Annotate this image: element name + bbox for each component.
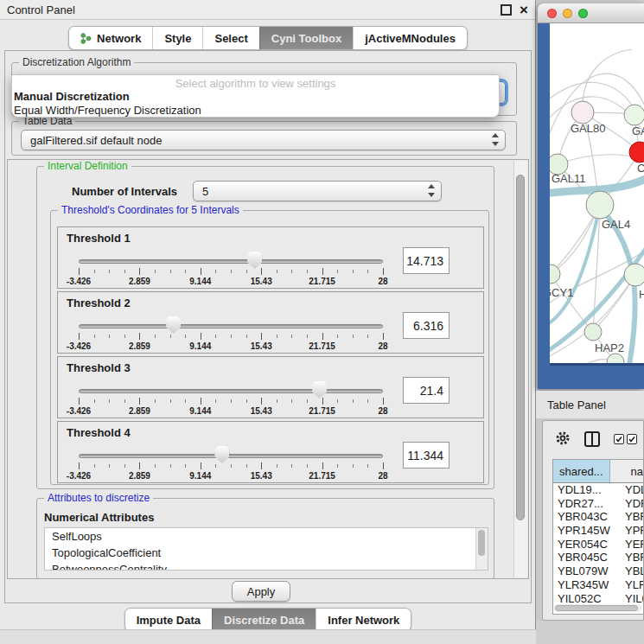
tab-cyni-toolbox[interactable]: Cyni Toolbox [259,27,353,49]
gear-icon[interactable] [555,430,571,449]
table-row[interactable]: YBR043CYBR0 [553,510,643,524]
attributes-scrollbar[interactable] [475,528,488,570]
node-label-hap2: HAP2 [595,341,624,354]
bottom-strip [0,629,536,644]
axis-tick [277,399,277,403]
tab-jactivemnodules[interactable]: jActiveMNodules [353,27,467,49]
columns-icon[interactable] [584,431,600,447]
node-label-ga: GA [632,124,644,137]
slider-tick-labels: -3.4262.8599.14415.4321.71528 [79,406,383,417]
axis-tick [201,462,201,469]
threshold-value-field[interactable]: 11.344 [403,442,450,469]
slider-ticks [79,333,383,341]
network-canvas[interactable]: GAL80GACGAL11GAL4GCY1HHAP2 [550,23,644,363]
algorithm-option-equal-width-frequency-discretization[interactable]: Equal Width/Frequency Discretization [14,104,201,117]
axis-tick [307,335,308,338]
tab-network[interactable]: Network [69,27,152,49]
tab-label: Cyni Toolbox [271,32,341,45]
network-node-h[interactable] [624,264,644,286]
slider-track[interactable] [79,324,383,328]
attribute-item-selfloops[interactable]: SelfLoops [45,528,488,545]
minimize-traffic-light[interactable] [563,9,572,18]
table-row[interactable]: YDL19...YDL1 [553,483,643,497]
network-node-gal4[interactable] [586,191,614,219]
close-icon[interactable]: × [520,3,528,17]
table-row[interactable]: YDR27...YDR2 [553,497,643,511]
axis-tick-label: 2.859 [129,277,150,286]
threshold-slider[interactable]: -3.4262.8599.14415.4321.71528 [79,357,383,419]
axis-tick [155,464,156,468]
table-row[interactable]: YBL079WYBL0 [553,564,643,578]
horizontal-scrollbar-thumb[interactable] [555,605,638,611]
tab-infer-network[interactable]: Infer Network [316,609,411,631]
threshold-value-field[interactable]: 6.316 [403,312,450,339]
attributes-group: Attributes to discretize Numerical Attri… [36,498,494,579]
table-row[interactable]: YER054CYER0 [553,538,643,552]
tab-label: Infer Network [328,614,399,627]
axis-tick [246,464,247,468]
tab-discretize-data[interactable]: Discretize Data [212,609,316,631]
column-header-name[interactable]: na [610,460,643,482]
axis-tick [353,270,354,273]
axis-tick-label: 15.43 [251,406,272,416]
select-all-checkbox-icon[interactable] [614,434,624,444]
axis-tick-label: 9.144 [189,341,211,351]
axis-tick [109,464,110,468]
threshold-value-field[interactable]: 21.4 [403,377,450,404]
axis-tick [337,399,338,403]
axis-tick-label: 15.43 [251,341,272,351]
tab-select[interactable]: Select [202,27,258,49]
node-table: shared... na YDL19...YDL1YDR27...YDR2YBR… [552,459,644,615]
zoom-traffic-light[interactable] [578,9,588,18]
slider-track[interactable] [79,454,383,458]
axis-tick [383,268,384,275]
axis-tick [277,464,277,468]
horizontal-scrollbar[interactable] [554,604,642,612]
slider-ticks [79,268,383,276]
vertical-scrollbar[interactable] [513,161,527,577]
float-window-icon[interactable] [501,4,512,16]
axis-tick [185,399,186,403]
threshold-slider[interactable]: -3.4262.8599.14415.4321.71528 [79,422,383,484]
attribute-item-betweennesscentrality[interactable]: BetweennessCentrality [45,561,488,571]
axis-tick [231,270,232,273]
apply-button[interactable]: Apply [232,581,290,602]
axis-tick [367,335,368,338]
close-traffic-light[interactable] [547,9,557,18]
number-of-intervals-combobox[interactable]: 5 [193,181,442,201]
axis-tick [215,399,216,403]
slider-thumb[interactable] [312,381,327,399]
slider-thumb[interactable] [166,316,181,334]
algorithm-option-manual-discretization[interactable]: Manual Discretization [14,90,130,103]
slider-thumb[interactable] [247,252,262,269]
slider-track[interactable] [79,389,383,393]
axis-tick [367,399,368,403]
tab-impute-data[interactable]: Impute Data [125,609,212,631]
attributes-group-label: Attributes to discretize [44,492,153,504]
axis-tick [109,335,110,338]
threshold-value-field[interactable]: 14.713 [403,247,450,274]
control-panel-window: Control Panel × NetworkStyleSelectCyni T… [0,0,536,644]
axis-tick-label: 28 [378,406,387,416]
select-none-checkbox-icon[interactable] [627,434,637,444]
column-header-shared-name[interactable]: shared... [553,460,610,482]
threshold-panel-threshold-3: Threshold 3 -3.4262.8599.14415.4321.7152… [57,356,484,418]
network-node-ga[interactable] [624,105,644,125]
threshold-slider[interactable]: -3.4262.8599.14415.4321.71528 [79,292,383,354]
tab-style[interactable]: Style [152,27,202,49]
threshold-slider[interactable]: -3.4262.8599.14415.4321.71528 [79,227,383,290]
axis-tick [79,268,80,275]
attributes-scrollbar-thumb[interactable] [478,530,485,556]
table-row[interactable]: YBR045CYBR0 [553,551,643,564]
slider-thumb[interactable] [214,446,229,463]
network-node-gal80[interactable] [571,101,594,124]
table-row[interactable]: YPR145WYPR1 [553,524,643,538]
table-row[interactable]: YLR345WYLR3 [553,578,643,592]
table-row[interactable]: YIL052CYIL0 [553,592,643,606]
slider-track[interactable] [79,259,383,264]
table-data-combobox[interactable]: galFiltered.sif default node [21,130,506,150]
network-node-hap2[interactable] [584,323,602,341]
axis-tick-label: 9.144 [189,471,211,481]
attribute-item-topologicalcoefficient[interactable]: TopologicalCoefficient [45,545,488,561]
vertical-scrollbar-thumb[interactable] [516,175,525,520]
